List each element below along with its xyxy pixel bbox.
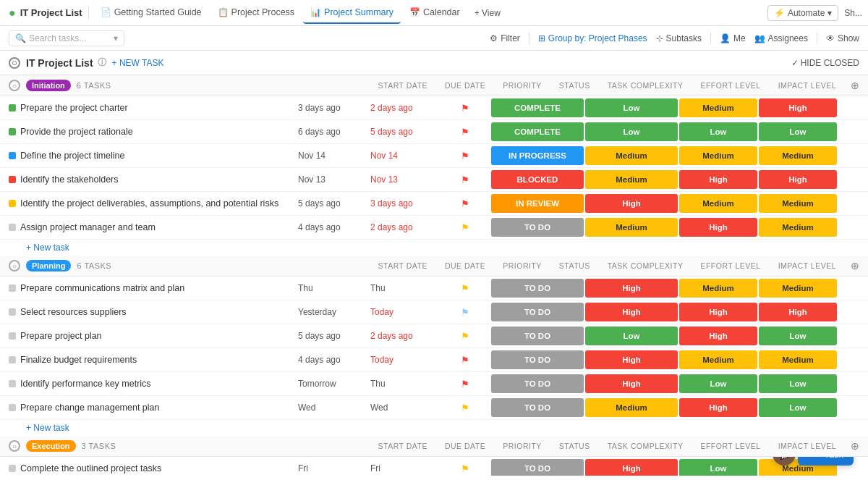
task-row[interactable]: Assign project manager and team 4 days a… <box>0 216 868 240</box>
info-icon[interactable]: ⓘ <box>98 56 106 69</box>
group-right-planning: START DATE DUE DATE PRIORITY STATUS TASK… <box>375 260 859 271</box>
tab-project-process[interactable]: 📋 Project Process <box>210 2 302 24</box>
task-complexity-badge: Medium <box>585 170 678 189</box>
task-row[interactable]: Prepare communications matrix and plan T… <box>0 277 868 300</box>
task-name: Prepare communications matrix and plan <box>20 283 184 293</box>
task-row[interactable]: Define the project timeline Nov 14 Nov 1… <box>0 144 868 168</box>
task-effort-badge: High <box>679 218 757 237</box>
group-settings-initiation[interactable]: ⊕ <box>851 80 859 91</box>
group-settings-execution[interactable]: ⊕ <box>851 440 859 452</box>
priority-flag-icon: ⚑ <box>461 331 469 342</box>
group-toggle-execution[interactable]: ○ <box>9 440 20 452</box>
task-effort-badge: High <box>679 398 757 417</box>
task-priority: ⚑ <box>440 379 490 390</box>
group-right-execution: START DATE DUE DATE PRIORITY STATUS TASK… <box>375 440 859 452</box>
new-task-row-initiation[interactable]: + New task <box>0 240 868 256</box>
search-box[interactable]: 🔍 Search tasks... ▾ <box>9 30 124 46</box>
task-start-date: Wed <box>295 401 367 414</box>
task-row[interactable]: Identify the project deliverables, assum… <box>0 192 868 216</box>
task-status-badge: TO DO <box>491 279 584 298</box>
task-row[interactable]: Identify the stakeholders Nov 13 Nov 13 … <box>0 168 868 192</box>
task-start-date: 4 days ago <box>295 353 367 366</box>
task-priority: ⚑ <box>440 174 490 185</box>
task-due-date: Today <box>367 306 440 319</box>
assignees-button[interactable]: 👥 Assignees <box>754 33 808 43</box>
group-badge-planning: Planning <box>26 260 71 271</box>
task-effort-badge: Low <box>679 374 757 393</box>
task-name-cell: Assign project manager and team <box>9 222 295 232</box>
task-start-date: 5 days ago <box>295 329 367 342</box>
task-name: Select resources suppliers <box>20 307 127 317</box>
app-logo: ● IT Project List <box>6 7 89 20</box>
task-due-date: Nov 14 <box>367 149 440 162</box>
task-name: Finalize budget requirements <box>20 355 137 365</box>
toolbar-right: ⚙ Filter ⊞ Group by: Project Phases ⊹ Su… <box>490 33 859 44</box>
task-impact-badge: High <box>759 303 837 321</box>
share-button[interactable]: Sh... <box>844 8 862 18</box>
task-priority: ⚑ <box>440 198 490 209</box>
task-status-dot <box>9 308 16 316</box>
subtasks-button[interactable]: ⊹ Subtasks <box>656 33 702 43</box>
task-status-dot <box>9 176 16 183</box>
filter-button[interactable]: ⚙ Filter <box>490 33 520 43</box>
collapse-toggle[interactable]: ○ <box>9 57 20 69</box>
group-toggle-initiation[interactable]: ○ <box>9 80 20 91</box>
tab-calendar[interactable]: 📅 Calendar <box>402 2 467 24</box>
group-section-initiation: ○ Initiation 6 TASKS START DATE DUE DATE… <box>0 75 868 256</box>
new-task-button[interactable]: + NEW TASK <box>112 58 164 68</box>
task-impact-badge: Medium <box>759 350 837 369</box>
task-due-date: Nov 13 <box>367 173 440 186</box>
task-row[interactable]: Identify performance key metrics Tomorro… <box>0 372 868 396</box>
group-tasks-count-planning: 6 TASKS <box>77 261 111 270</box>
task-start-date: Nov 13 <box>295 173 367 186</box>
task-row[interactable]: Select resources suppliers Yesterday Tod… <box>0 300 868 324</box>
group-header-initiation: ○ Initiation 6 TASKS START DATE DUE DATE… <box>0 75 868 96</box>
group-by-button[interactable]: ⊞ Group by: Project Phases <box>538 33 647 43</box>
task-row[interactable]: Finalize budget requirements 4 days ago … <box>0 348 868 372</box>
task-name-cell: Identify the stakeholders <box>9 174 295 185</box>
task-start-date: Tomorrow <box>295 377 367 390</box>
task-due-date: Thu <box>367 377 440 390</box>
me-button[interactable]: 👤 Me <box>720 33 746 43</box>
task-name-cell: Provide the project rationale <box>9 127 295 137</box>
task-due-date: Fri <box>367 462 440 475</box>
task-status-dot <box>9 200 16 207</box>
tab-project-summary[interactable]: 📊 Project Summary <box>303 2 401 24</box>
task-complexity-badge: High <box>585 350 678 369</box>
page-header: ○ IT Project List ⓘ + NEW TASK ✓ HIDE CL… <box>0 51 868 75</box>
group-toggle-planning[interactable]: ○ <box>9 260 20 271</box>
task-effort-badge: High <box>679 170 757 189</box>
task-name: Identify performance key metrics <box>20 379 151 389</box>
task-impact-badge: Low <box>759 374 837 393</box>
automate-button[interactable]: ⚡ Automate ▾ <box>767 5 838 21</box>
task-name: Identify the stakeholders <box>20 174 119 185</box>
task-row[interactable]: Provide the project rationale 6 days ago… <box>0 120 868 144</box>
tab-getting-started[interactable]: 📄 Getting Started Guide <box>93 2 209 24</box>
group-section-planning: ○ Planning 6 TASKS START DATE DUE DATE P… <box>0 256 868 436</box>
top-navigation: ● IT Project List 📄 Getting Started Guid… <box>0 0 868 26</box>
task-status-badge: TO DO <box>491 218 584 237</box>
task-status-badge: TO DO <box>491 459 584 476</box>
new-task-row-planning[interactable]: + New task <box>0 420 868 436</box>
group-header-planning: ○ Planning 6 TASKS START DATE DUE DATE P… <box>0 256 868 277</box>
task-status-badge: IN REVIEW <box>491 194 584 213</box>
task-complexity-badge: Low <box>585 98 678 117</box>
process-icon: 📋 <box>218 7 229 17</box>
task-row[interactable]: Prepare change management plan Wed Wed ⚑… <box>0 396 868 420</box>
hide-closed-button[interactable]: ✓ HIDE CLOSED <box>791 58 859 68</box>
task-due-date: Wed <box>367 401 440 414</box>
task-status-dot <box>9 380 16 387</box>
add-view-button[interactable]: + View <box>469 5 506 21</box>
priority-flag-icon: ⚑ <box>461 283 469 294</box>
page-title: IT Project List ⓘ <box>26 56 106 69</box>
group-settings-planning[interactable]: ⊕ <box>851 260 859 271</box>
calendar-icon: 📅 <box>409 7 420 17</box>
task-impact-badge: Medium <box>759 194 837 213</box>
show-button[interactable]: 👁 Show <box>826 33 859 43</box>
task-complexity-badge: High <box>585 374 678 393</box>
task-status-dot <box>9 332 16 340</box>
task-impact-badge: Medium <box>759 146 837 165</box>
task-row[interactable]: Complete the outlined project tasks Fri … <box>0 457 868 476</box>
task-row[interactable]: Prepare project plan 5 days ago 2 days a… <box>0 324 868 348</box>
task-row[interactable]: Prepare the project charter 3 days ago 2… <box>0 96 868 120</box>
